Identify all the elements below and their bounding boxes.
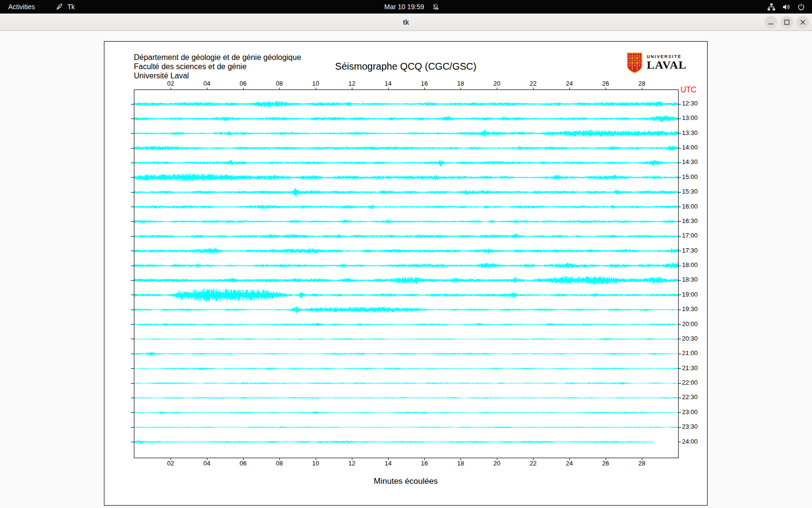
x-tick-label-top: 08 bbox=[271, 80, 288, 87]
x-tick-label-top: 18 bbox=[452, 80, 469, 87]
x-tick-label-top: 28 bbox=[633, 80, 651, 87]
app-indicator-tk[interactable]: Tk bbox=[50, 0, 81, 14]
logo-laval-text: LAVAL bbox=[647, 59, 687, 71]
y-tick-right bbox=[678, 412, 681, 413]
x-tick-label-top: 22 bbox=[524, 80, 542, 87]
x-tick-top bbox=[642, 88, 642, 90]
universite-laval-logo: UNIVERSITÉ LAVAL bbox=[626, 52, 687, 74]
y-tick-right bbox=[678, 383, 681, 384]
y-tick-right bbox=[678, 324, 681, 325]
x-tick-top bbox=[606, 88, 606, 90]
time-label: 16:30 bbox=[682, 218, 698, 224]
x-tick-label-bottom: 02 bbox=[162, 460, 179, 467]
x-tick-label-top: 04 bbox=[198, 80, 216, 87]
y-tick-left bbox=[131, 324, 134, 325]
x-tick-top bbox=[352, 88, 352, 90]
time-label: 21:00 bbox=[682, 350, 698, 357]
x-tick-top bbox=[533, 88, 534, 90]
close-button[interactable] bbox=[797, 16, 809, 29]
x-tick-top bbox=[171, 88, 171, 90]
x-tick-label-bottom: 22 bbox=[524, 460, 542, 467]
x-tick-top bbox=[569, 88, 570, 90]
minimize-icon bbox=[765, 16, 777, 29]
y-tick-left bbox=[131, 192, 134, 193]
y-tick-left bbox=[131, 354, 134, 354]
y-tick-left bbox=[131, 221, 134, 222]
plot-title: Séismographe QCQ (CGC/GSC) bbox=[104, 61, 707, 72]
time-label: 14:30 bbox=[682, 159, 698, 165]
x-tick-label-bottom: 04 bbox=[198, 460, 216, 467]
x-tick-label-bottom: 28 bbox=[633, 460, 651, 467]
x-tick-label-top: 02 bbox=[162, 80, 179, 87]
x-tick-top bbox=[461, 88, 461, 90]
y-tick-left bbox=[131, 427, 134, 428]
time-label: 19:30 bbox=[682, 306, 698, 313]
y-tick-left bbox=[131, 339, 134, 339]
power-icon bbox=[797, 3, 805, 11]
x-tick-label-top: 26 bbox=[597, 80, 614, 87]
y-tick-right bbox=[678, 368, 681, 369]
y-tick-right bbox=[678, 221, 681, 222]
restore-button[interactable] bbox=[781, 16, 793, 29]
close-icon bbox=[797, 16, 809, 29]
y-tick-right bbox=[678, 295, 681, 295]
x-tick-label-top: 12 bbox=[343, 80, 361, 87]
time-label: 15:30 bbox=[682, 188, 698, 195]
x-tick-label-bottom: 24 bbox=[561, 460, 578, 467]
window-title: tk bbox=[403, 18, 409, 26]
time-label: 14:00 bbox=[682, 144, 698, 151]
time-label: 22:30 bbox=[682, 394, 698, 401]
x-tick-top bbox=[279, 88, 280, 90]
window-controls bbox=[765, 16, 809, 29]
activities-button[interactable]: Activities bbox=[0, 0, 43, 14]
notifications-off-icon bbox=[432, 3, 439, 11]
y-tick-left bbox=[131, 119, 134, 119]
y-tick-left bbox=[131, 163, 134, 163]
x-tick-label-top: 10 bbox=[307, 80, 324, 87]
y-tick-right bbox=[678, 266, 681, 266]
tk-feather-icon bbox=[56, 3, 63, 11]
y-tick-right bbox=[678, 192, 681, 193]
system-status-area[interactable] bbox=[767, 0, 805, 14]
x-tick-label-bottom: 10 bbox=[307, 460, 324, 467]
x-tick-label-bottom: 16 bbox=[416, 460, 433, 467]
x-tick-label-bottom: 12 bbox=[343, 460, 361, 467]
x-tick-top bbox=[316, 88, 316, 90]
y-tick-right bbox=[678, 339, 681, 339]
x-tick-label-top: 06 bbox=[234, 80, 252, 87]
y-tick-right bbox=[678, 280, 681, 281]
y-tick-right bbox=[678, 207, 681, 207]
y-tick-right bbox=[678, 177, 681, 178]
clock-button[interactable]: Mar 10 19:59 bbox=[384, 0, 439, 14]
x-tick-label-top: 14 bbox=[379, 80, 397, 87]
time-label: 23:30 bbox=[682, 423, 698, 430]
x-tick-label-top: 20 bbox=[488, 80, 506, 87]
y-tick-right bbox=[678, 148, 681, 149]
time-label: 16:00 bbox=[682, 203, 698, 210]
time-label: 19:00 bbox=[682, 291, 698, 298]
x-tick-label-bottom: 26 bbox=[597, 460, 614, 467]
x-tick-label-bottom: 14 bbox=[379, 460, 397, 467]
time-label: 17:30 bbox=[682, 247, 698, 254]
seismogram-canvas bbox=[134, 90, 678, 458]
network-icon bbox=[767, 3, 776, 11]
x-tick-label-top: 24 bbox=[561, 80, 578, 87]
y-tick-left bbox=[131, 442, 134, 442]
time-label: 15:00 bbox=[682, 174, 698, 180]
y-tick-left bbox=[131, 295, 134, 295]
x-tick-label-bottom: 18 bbox=[452, 460, 469, 467]
x-axis-label: Minutes écoulées bbox=[104, 477, 707, 486]
x-tick-top bbox=[207, 88, 207, 90]
x-tick-top bbox=[388, 88, 389, 90]
window-titlebar[interactable]: tk bbox=[0, 14, 812, 31]
x-tick-label-top: 16 bbox=[416, 80, 433, 87]
time-label: 22:00 bbox=[682, 379, 698, 386]
y-tick-left bbox=[131, 383, 134, 384]
x-tick-top bbox=[243, 88, 244, 90]
y-tick-left bbox=[131, 236, 134, 237]
plot-area: UTC 020204040606080810101212141416161818… bbox=[134, 90, 679, 458]
y-tick-left bbox=[131, 310, 134, 310]
time-label: 13:30 bbox=[682, 130, 698, 136]
y-tick-right bbox=[678, 251, 681, 251]
minimize-button[interactable] bbox=[765, 16, 777, 29]
